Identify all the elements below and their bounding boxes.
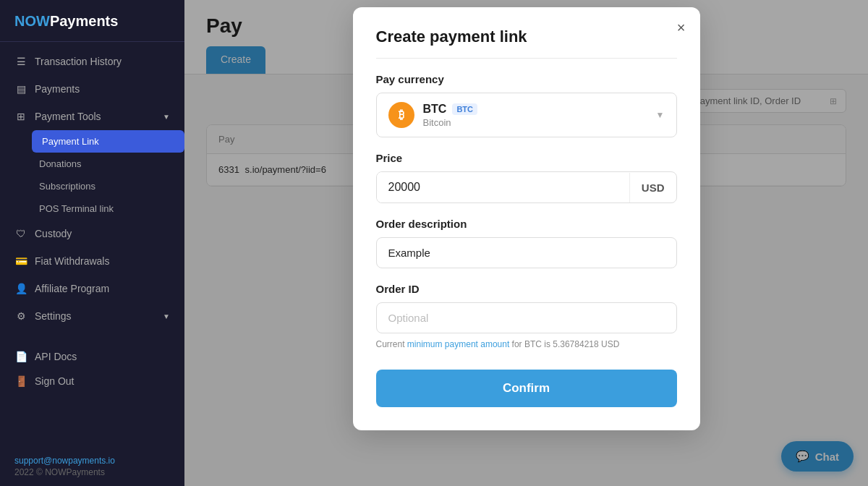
sidebar-item-payments[interactable]: ▤ Payments (0, 75, 184, 103)
logo-now: NOW (14, 13, 50, 29)
order-id-label: Order ID (376, 283, 677, 295)
order-description-label: Order description (376, 218, 677, 230)
price-label: Price (376, 152, 677, 164)
sidebar-divider (0, 41, 184, 42)
currency-badge: BTC (452, 103, 477, 115)
modal-close-button[interactable]: × (677, 20, 686, 35)
sidebar-item-label: Settings (35, 310, 72, 322)
modal-overlay: × Create payment link Pay currency ₿ BTC… (184, 0, 868, 486)
doc-icon: 📄 (14, 350, 27, 363)
sidebar: NOWPayments ☰ Transaction History ▤ Paym… (0, 0, 184, 486)
sidebar-item-label: Payments (35, 83, 80, 95)
order-id-field: Order ID Current minimum payment amount … (376, 283, 677, 349)
sidebar-item-donations[interactable]: Donations (32, 153, 184, 175)
sidebar-item-payment-link[interactable]: Payment Link (32, 130, 184, 153)
grid-icon: ⊞ (14, 110, 27, 123)
helper-text: Current minimum payment amount for BTC i… (376, 339, 677, 349)
signout-icon: 🚪 (14, 375, 27, 388)
credit-card-icon: ▤ (14, 82, 27, 95)
logo-payments: Payments (50, 13, 119, 29)
price-input-wrapper: USD (376, 171, 677, 203)
sidebar-item-affiliate-program[interactable]: 👤 Affiliate Program (0, 275, 184, 302)
sidebar-item-label: Sign Out (35, 375, 74, 387)
app-logo: NOWPayments (0, 0, 184, 41)
sidebar-item-label: Fiat Withdrawals (35, 255, 109, 267)
chevron-down-icon: ▼ (163, 113, 170, 121)
user-icon: 👤 (14, 282, 27, 295)
pay-currency-field: Pay currency ₿ BTC BTC Bitcoin ▼ (376, 73, 677, 137)
currency-info: BTC BTC Bitcoin (423, 103, 647, 128)
sidebar-footer: support@nowpayments.io 2022 © NOWPayment… (0, 447, 184, 486)
pay-currency-label: Pay currency (376, 73, 677, 85)
list-icon: ☰ (14, 55, 27, 68)
sidebar-item-payment-tools[interactable]: ⊞ Payment Tools ▼ (0, 103, 184, 130)
main-content: Pay Create 🔍 ⊞ Pay Created at 6331 (184, 0, 868, 486)
modal-title: Create payment link (376, 27, 677, 59)
btc-icon: ₿ (388, 102, 414, 128)
sidebar-item-label: Affiliate Program (35, 283, 109, 294)
currency-name: BTC BTC (423, 103, 647, 116)
minimum-payment-amount-link[interactable]: minimum payment amount (407, 339, 509, 349)
sidebar-item-label: Custody (35, 228, 72, 239)
create-payment-link-modal: × Create payment link Pay currency ₿ BTC… (353, 7, 700, 430)
sidebar-item-label: Payment Tools (35, 111, 101, 122)
price-field: Price USD (376, 152, 677, 203)
copyright: 2022 © NOWPayments (14, 467, 170, 477)
price-currency-label: USD (629, 173, 676, 202)
gear-icon: ⚙ (14, 310, 27, 323)
currency-fullname: Bitcoin (423, 117, 647, 128)
sidebar-item-custody[interactable]: 🛡 Custody (0, 220, 184, 247)
order-description-input[interactable] (376, 237, 677, 268)
sidebar-item-settings[interactable]: ⚙ Settings ▼ (0, 302, 184, 330)
sidebar-item-transaction-history[interactable]: ☰ Transaction History (0, 48, 184, 75)
sidebar-item-subscriptions[interactable]: Subscriptions (32, 175, 184, 197)
order-description-field: Order description (376, 218, 677, 268)
sidebar-item-label: Transaction History (35, 56, 122, 67)
wallet-icon: 💳 (14, 255, 27, 268)
sidebar-item-pos-terminal[interactable]: POS Terminal link (32, 197, 184, 220)
currency-dropdown-chevron: ▼ (656, 110, 665, 120)
price-input[interactable] (377, 172, 629, 202)
support-email[interactable]: support@nowpayments.io (14, 456, 170, 466)
chevron-down-icon: ▼ (163, 312, 170, 320)
order-id-input[interactable] (376, 302, 677, 333)
sidebar-item-api-docs[interactable]: 📄 API Docs (14, 344, 170, 369)
sidebar-item-label: API Docs (35, 351, 77, 362)
sidebar-item-fiat-withdrawals[interactable]: 💳 Fiat Withdrawals (0, 247, 184, 275)
payment-tools-submenu: Payment Link Donations Subscriptions POS… (0, 130, 184, 220)
currency-selector[interactable]: ₿ BTC BTC Bitcoin ▼ (376, 93, 677, 137)
confirm-button[interactable]: Confirm (376, 370, 677, 407)
sidebar-item-sign-out[interactable]: 🚪 Sign Out (14, 369, 170, 393)
shield-icon: 🛡 (14, 227, 27, 240)
